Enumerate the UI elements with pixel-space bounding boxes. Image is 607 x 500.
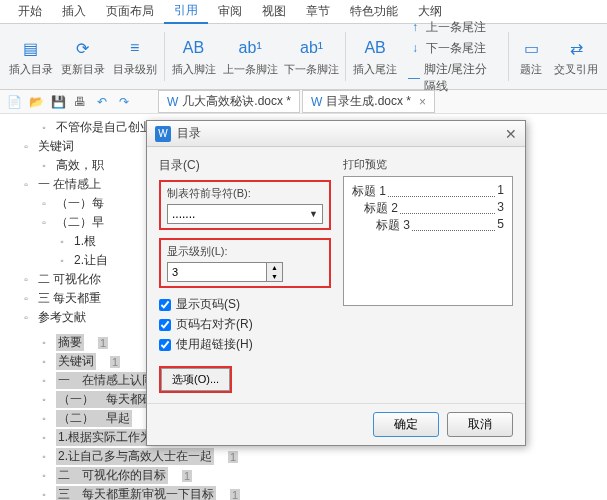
toc-icon: ▤	[19, 36, 43, 60]
next-footnote-icon: ab¹	[300, 36, 324, 60]
tab-features[interactable]: 特色功能	[340, 0, 408, 23]
footnote-icon: AB	[182, 36, 206, 60]
bullet-icon	[20, 179, 32, 190]
down-icon: ↓	[408, 41, 422, 55]
caption-button[interactable]: ▭题注	[513, 28, 549, 85]
crossref-button[interactable]: ⇄交叉引用	[551, 28, 601, 85]
preview-box: 标题 11标题 23标题 35	[343, 176, 513, 306]
leader-combo[interactable]: ....... ▼	[167, 204, 323, 224]
bullet-icon	[38, 489, 50, 500]
bullet-icon	[38, 198, 50, 209]
preview-label: 打印预览	[343, 157, 513, 172]
toc-line[interactable]: 二 可视化你的目标1	[38, 466, 587, 485]
toc-dialog: W目录 ✕ 目录(C) 制表符前导符(B): ....... ▼ 显示级别(L)…	[146, 120, 526, 446]
doc-tab-2[interactable]: W目录生成.docx *×	[302, 90, 435, 113]
insert-toc-button[interactable]: ▤插入目录	[6, 28, 56, 85]
spin-up-icon[interactable]: ▲	[267, 263, 282, 272]
align-right-checkbox[interactable]: 页码右对齐(R)	[159, 316, 331, 333]
tab-review[interactable]: 审阅	[208, 0, 252, 23]
leader-group-highlight: 制表符前导符(B): ....... ▼	[159, 180, 331, 230]
bullet-icon	[38, 160, 50, 171]
spin-down-icon[interactable]: ▼	[267, 272, 282, 281]
app-icon: W	[155, 126, 171, 142]
toc-page: 1	[182, 470, 192, 482]
up-icon: ↑	[408, 20, 422, 34]
bullet-icon	[38, 217, 50, 228]
undo-icon[interactable]: ↶	[94, 94, 110, 110]
outline-text: 高效，职	[56, 157, 104, 174]
print-icon[interactable]: 🖶	[72, 94, 88, 110]
sep-icon: —	[408, 71, 420, 85]
bullet-icon	[38, 375, 50, 386]
outline-text: 二 可视化你	[38, 271, 101, 288]
redo-icon[interactable]: ↷	[116, 94, 132, 110]
cancel-button[interactable]: 取消	[447, 412, 513, 437]
refresh-icon: ⟳	[71, 36, 95, 60]
outline-text: 1.根	[74, 233, 96, 250]
options-highlight: 选项(O)...	[159, 366, 232, 393]
level-input[interactable]	[167, 262, 267, 282]
toc-text: （二） 早起	[56, 410, 132, 427]
level-group-highlight: 显示级别(L): ▲▼	[159, 238, 331, 288]
ok-button[interactable]: 确定	[373, 412, 439, 437]
dialog-title: 目录	[177, 125, 201, 142]
toc-text: 关键词	[56, 353, 96, 370]
insert-endnote-button[interactable]: AB插入尾注	[350, 28, 400, 85]
ribbon: ▤插入目录 ⟳更新目录 ≡目录级别 AB插入脚注 ab¹上一条脚注 ab¹下一条…	[0, 24, 607, 90]
bullet-icon	[56, 255, 68, 266]
toc-page: 1	[228, 451, 238, 463]
level-spinner[interactable]: ▲▼	[167, 262, 323, 282]
bullet-icon	[38, 413, 50, 424]
outline-text: 2.让自	[74, 252, 108, 269]
bullet-icon	[38, 394, 50, 405]
insert-footnote-button[interactable]: AB插入脚注	[169, 28, 219, 85]
bullet-icon	[20, 312, 32, 323]
toc-page: 1	[98, 337, 108, 349]
toc-text: 2.让自己多与高效人士在一起	[56, 448, 214, 465]
outline-text: 一 在情感上	[38, 176, 101, 193]
prev-endnote-button[interactable]: ↑上一条尾注	[406, 18, 500, 37]
caption-icon: ▭	[519, 36, 543, 60]
bullet-icon	[38, 470, 50, 481]
outline-text: 三 每天都重	[38, 290, 101, 307]
next-endnote-button[interactable]: ↓下一条尾注	[406, 39, 500, 58]
update-toc-button[interactable]: ⟳更新目录	[58, 28, 108, 85]
bullet-icon	[38, 122, 50, 133]
doc-icon: W	[311, 95, 322, 109]
bullet-icon	[38, 356, 50, 367]
bullet-icon	[20, 293, 32, 304]
toc-line[interactable]: 三 每天都重新审视一下目标1	[38, 485, 587, 500]
next-footnote-button[interactable]: ab¹下一条脚注	[282, 28, 341, 85]
toc-text: 二 可视化你的目标	[56, 467, 168, 484]
use-hyperlink-checkbox[interactable]: 使用超链接(H)	[159, 336, 331, 353]
bullet-icon	[56, 236, 68, 247]
tab-chapter[interactable]: 章节	[296, 0, 340, 23]
toc-page: 1	[110, 356, 120, 368]
open-icon[interactable]: 📂	[28, 94, 44, 110]
doc-icon: W	[167, 95, 178, 109]
doc-tab-1[interactable]: W几大高效秘诀.docx *	[158, 90, 300, 113]
close-icon[interactable]: ×	[419, 95, 426, 109]
bullet-icon	[38, 451, 50, 462]
tab-view[interactable]: 视图	[252, 0, 296, 23]
tab-insert[interactable]: 插入	[52, 0, 96, 23]
toc-level-button[interactable]: ≡目录级别	[110, 28, 160, 85]
quick-access-toolbar: 📄 📂 💾 🖶 ↶ ↷ W几大高效秘诀.docx * W目录生成.docx *×	[0, 90, 607, 114]
tab-start[interactable]: 开始	[8, 0, 52, 23]
menu-tabs: 开始 插入 页面布局 引用 审阅 视图 章节 特色功能 大纲	[0, 0, 607, 24]
show-pagenum-checkbox[interactable]: 显示页码(S)	[159, 296, 331, 313]
save-icon[interactable]: 💾	[50, 94, 66, 110]
prev-footnote-button[interactable]: ab¹上一条脚注	[220, 28, 279, 85]
close-icon[interactable]: ✕	[505, 126, 517, 142]
outline-text: （二）早	[56, 214, 104, 231]
toc-text: 摘要	[56, 334, 84, 351]
tab-references[interactable]: 引用	[164, 0, 208, 24]
new-icon[interactable]: 📄	[6, 94, 22, 110]
toc-group-label: 目录(C)	[159, 157, 331, 174]
tab-layout[interactable]: 页面布局	[96, 0, 164, 23]
endnote-icon: AB	[363, 36, 387, 60]
toc-line[interactable]: 2.让自己多与高效人士在一起1	[38, 447, 587, 466]
outline-text: （一）每	[56, 195, 104, 212]
options-button[interactable]: 选项(O)...	[161, 368, 230, 391]
endnote-nav: ↑上一条尾注 ↓下一条尾注 —脚注/尾注分隔线	[402, 28, 504, 85]
